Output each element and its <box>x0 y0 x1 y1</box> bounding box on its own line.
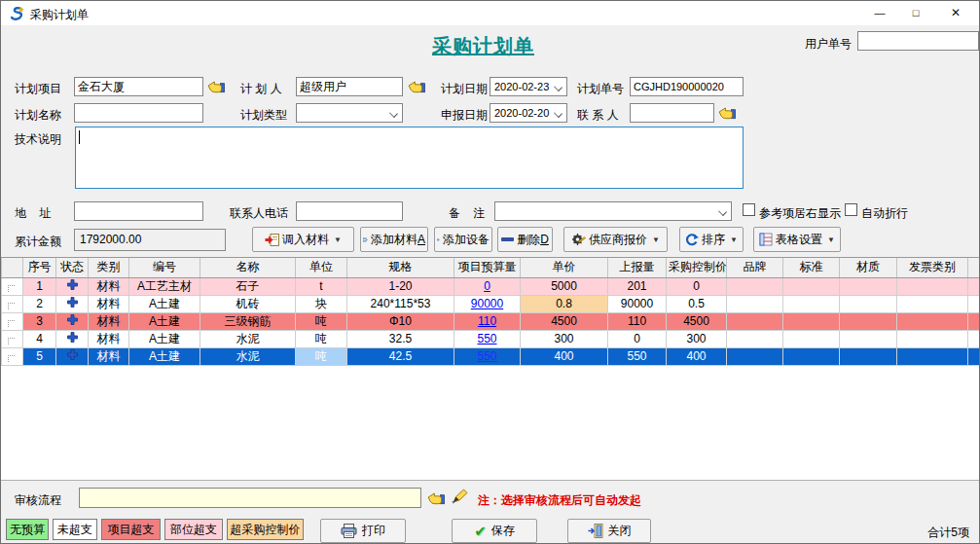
table-row[interactable]: 2材料A土建机砖块240*115*53900000.8900000.5 <box>2 295 980 312</box>
cell-type[interactable]: 材料 <box>89 330 129 347</box>
cell-material[interactable] <box>840 312 897 330</box>
plan-date-combo[interactable]: 2020-02-23 <box>490 77 567 96</box>
cell-unit[interactable]: 吨 <box>296 347 347 365</box>
cell-unit[interactable]: 块 <box>296 295 347 312</box>
cell-code[interactable]: A工艺主材 <box>129 277 200 295</box>
add-material-button[interactable]: 添加材料A <box>360 227 428 252</box>
cell-standard[interactable] <box>783 295 840 312</box>
column-header[interactable]: 发票类别 <box>897 258 968 277</box>
column-header[interactable]: 规格 <box>347 258 454 277</box>
contact-input[interactable] <box>630 103 714 123</box>
cell-unit[interactable]: 吨 <box>296 330 347 347</box>
cell-name[interactable]: 水泥 <box>200 330 296 347</box>
cell-budget[interactable]: 550 <box>454 330 521 347</box>
table-row[interactable]: 5材料A土建水泥吨42.5550400550400 <box>2 347 980 365</box>
column-header[interactable]: 类别 <box>89 258 129 277</box>
cell-report[interactable]: 0 <box>608 330 667 347</box>
cell-standard[interactable] <box>783 330 840 347</box>
cell-status[interactable] <box>56 312 89 330</box>
cell-status[interactable] <box>56 330 89 347</box>
column-header[interactable]: 状态 <box>56 258 89 277</box>
cell-price[interactable]: 4500 <box>521 312 608 330</box>
delete-button[interactable]: 删除D <box>497 227 553 252</box>
flow-input[interactable] <box>79 488 421 508</box>
column-header[interactable]: 项目预算量 <box>454 258 521 277</box>
auto-wrap-checkbox[interactable] <box>845 203 857 216</box>
sort-button[interactable]: 排序▼ <box>679 227 744 252</box>
phone-input[interactable] <box>296 201 403 221</box>
cell-name[interactable]: 机砖 <box>200 295 296 312</box>
ref-right-checkbox[interactable] <box>743 203 755 216</box>
add-equipment-button[interactable]: 添加设备 <box>434 227 492 252</box>
cell-control[interactable]: 300 <box>667 330 727 347</box>
cell-material[interactable] <box>840 330 897 347</box>
cell-standard[interactable] <box>783 277 840 295</box>
cell-control[interactable]: 4500 <box>667 312 727 330</box>
cell-brand[interactable] <box>727 312 783 330</box>
column-header[interactable]: 采购控制价 <box>667 258 727 277</box>
cell-price[interactable]: 300 <box>521 330 608 347</box>
pick-contact-hand-icon[interactable] <box>718 105 736 120</box>
cell-seq[interactable]: 3 <box>23 312 56 330</box>
column-header[interactable]: 上报量 <box>608 258 667 277</box>
cell-type[interactable]: 材料 <box>89 295 129 312</box>
planner-input[interactable] <box>296 77 403 96</box>
budget-link[interactable]: 110 <box>478 314 496 328</box>
cell-code[interactable]: A土建 <box>129 330 200 347</box>
cell-code[interactable]: A土建 <box>129 347 200 365</box>
remark-combo[interactable] <box>494 201 732 221</box>
budget-link[interactable]: 550 <box>477 349 496 363</box>
pick-project-hand-icon[interactable] <box>207 79 225 93</box>
row-selector[interactable] <box>2 347 23 365</box>
table-settings-button[interactable]: 表格设置▼ <box>753 227 841 252</box>
cell-control[interactable]: 0.5 <box>667 295 727 312</box>
row-selector[interactable] <box>2 330 23 347</box>
cell-material[interactable] <box>840 347 897 365</box>
cell-standard[interactable] <box>783 312 840 330</box>
save-button[interactable]: ✔ 保存 <box>452 519 537 543</box>
cell-invoice[interactable] <box>897 347 968 365</box>
cell-name[interactable]: 三级钢筋 <box>200 312 296 330</box>
cell-price[interactable]: 5000 <box>521 277 608 295</box>
cell-invoice[interactable] <box>897 312 968 330</box>
cell-control[interactable]: 0 <box>667 277 727 295</box>
row-selector[interactable] <box>2 295 23 312</box>
cell-code[interactable]: A土建 <box>129 312 200 330</box>
cell-spec[interactable]: 32.5 <box>347 330 454 347</box>
plan-type-combo[interactable] <box>296 103 403 123</box>
cell-name[interactable]: 石子 <box>200 277 296 295</box>
budget-link[interactable]: 90000 <box>471 297 503 310</box>
address-input[interactable] <box>74 201 203 221</box>
budget-link[interactable]: 550 <box>477 332 496 345</box>
cell-spec[interactable]: 1-20 <box>347 277 454 295</box>
cell-material[interactable] <box>840 277 897 295</box>
cell-invoice[interactable] <box>897 330 968 347</box>
cell-report[interactable]: 550 <box>608 347 667 365</box>
cell-name[interactable]: 水泥 <box>200 347 296 365</box>
maximize-button[interactable]: □ <box>899 1 932 25</box>
tech-desc-textarea[interactable] <box>75 127 744 189</box>
cell-budget[interactable]: 0 <box>454 277 521 295</box>
cell-brand[interactable] <box>727 330 783 347</box>
supplier-quote-button[interactable]: 供应商报价▼ <box>563 227 668 252</box>
cell-budget[interactable]: 90000 <box>454 295 521 312</box>
user-no-input[interactable] <box>857 31 979 51</box>
cell-price[interactable]: 400 <box>521 347 608 365</box>
row-selector[interactable] <box>2 312 23 330</box>
plan-name-input[interactable] <box>74 103 203 123</box>
cell-price[interactable]: 0.8 <box>521 295 608 312</box>
cell-budget[interactable]: 110 <box>454 312 521 330</box>
cell-status[interactable] <box>56 295 89 312</box>
cell-invoice[interactable] <box>897 277 968 295</box>
minimize-button[interactable]: — <box>863 1 896 25</box>
cell-material[interactable] <box>840 295 897 312</box>
column-header[interactable]: 编号 <box>129 258 200 277</box>
cell-brand[interactable] <box>727 347 783 365</box>
table-row[interactable]: 3材料A土建三级钢筋吨Φ1011045001104500 <box>2 312 980 330</box>
cell-status[interactable] <box>56 277 89 295</box>
print-button[interactable]: 打印 <box>320 519 406 543</box>
cell-report[interactable]: 201 <box>608 277 667 295</box>
column-header[interactable]: 名称 <box>200 258 296 277</box>
declare-date-combo[interactable]: 2020-02-20 <box>490 103 567 123</box>
table-row[interactable]: 1材料A工艺主材石子t1-20050002010 <box>2 277 980 295</box>
